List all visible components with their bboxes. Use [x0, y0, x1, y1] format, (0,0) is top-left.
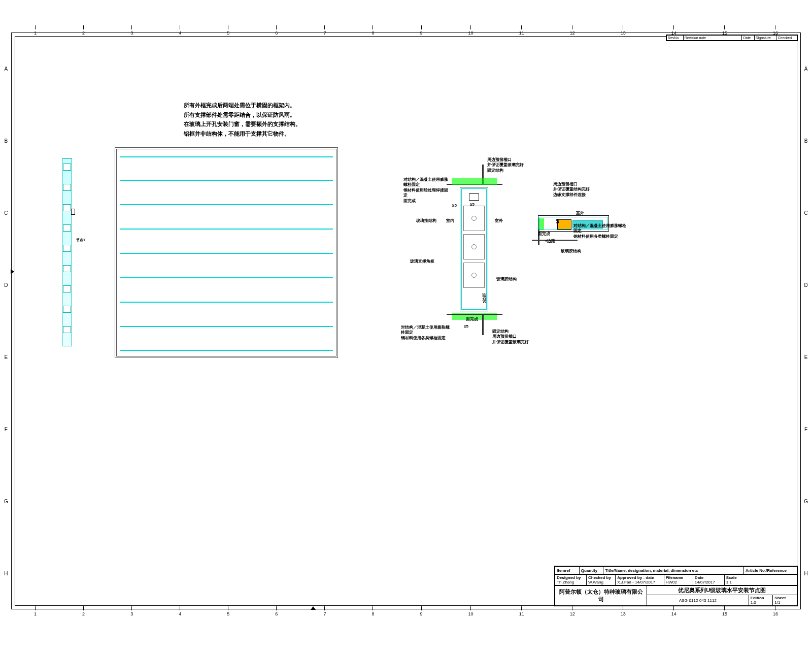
- lead-hdet-face: 面完成: [538, 232, 550, 237]
- lead-top-right: 周边预留槽口并保证覆盖玻璃完好固定结构: [487, 157, 538, 173]
- dim-hdet-edge: 5边距: [545, 239, 555, 244]
- elevation-view: [115, 147, 338, 358]
- note-line: 所有外框完成后两端处需位于横固的框架内。: [184, 101, 301, 110]
- dim-top-clear: [469, 193, 479, 201]
- revision-block: RevNoRevision note DateSignatureChecked: [666, 35, 798, 41]
- title-block: Itemref Quantity Title/Name, designation…: [554, 566, 798, 606]
- lead-hdet-out: 室外: [576, 211, 584, 216]
- note-line: 在玻璃上开孔安装门窗，需要额外的支撑结构。: [184, 119, 301, 129]
- note-line: 铝框并非结构体，不能用于支撑其它物件。: [184, 129, 301, 139]
- dim-top: ≥5: [452, 203, 457, 208]
- lead-frame: 玻璃支撑角板: [410, 259, 434, 264]
- section-strip-label: 节点1: [76, 238, 85, 243]
- lead-interior: 室内: [446, 218, 454, 223]
- lead-hdet-right: 对结构／混凝土使用膨胀螺栓固定钢材料使用各类螺栓固定: [573, 223, 629, 239]
- lead-seal-right: 玻璃胶结构: [496, 277, 517, 282]
- center-mark-left: [11, 269, 14, 274]
- ruler-left: ABCDEFGH: [4, 32, 8, 609]
- dim-edge: 5边距: [482, 293, 487, 303]
- drawing-title: 优尼奥系列U级玻璃水平安装节点图: [647, 586, 797, 595]
- lead-exterior: 室外: [495, 218, 503, 223]
- general-notes: 所有外框完成后两端处需位于横固的框架内。 所有支撑部件处需零距结合，以保证防风雨…: [184, 101, 301, 139]
- lead-top-left: 对结构／混凝土使用膨胀螺栓固定钢材料使用经处理焊接固定面完成: [403, 177, 449, 204]
- drawing-number: ASG-0112-043-1112: [647, 595, 749, 606]
- center-mark-bottom: [311, 606, 316, 610]
- lead-bot-left: 对结构／混凝土使用膨胀螺栓固定钢材料使用各类螺栓固定: [401, 325, 452, 341]
- note-line: 所有支撑部件处需零距结合，以保证防风雨。: [184, 110, 301, 120]
- ruler-right: ABCDEFGH: [804, 32, 808, 609]
- section-strip: [62, 158, 72, 346]
- lead-seal-left: 玻璃按结构: [416, 218, 436, 223]
- dim-sq: ≥5: [470, 202, 475, 207]
- lead-hdet-top: 周边预留槽口并保证覆盖结构完好边缘支撑部件连接: [553, 182, 609, 198]
- dim-hdet-gap: ≥5: [555, 219, 560, 223]
- lead-face-bot: 面完成: [466, 317, 478, 322]
- lead-hdet-seal: 玻璃胶结构: [561, 249, 581, 254]
- dim-gap: ≥5: [464, 324, 468, 329]
- company-name: 阿普尔顿（太仓）特种玻璃有限公司: [555, 586, 647, 606]
- lead-bot-right: 固定结构周边预留槽口并保证覆盖玻璃完好: [492, 329, 538, 345]
